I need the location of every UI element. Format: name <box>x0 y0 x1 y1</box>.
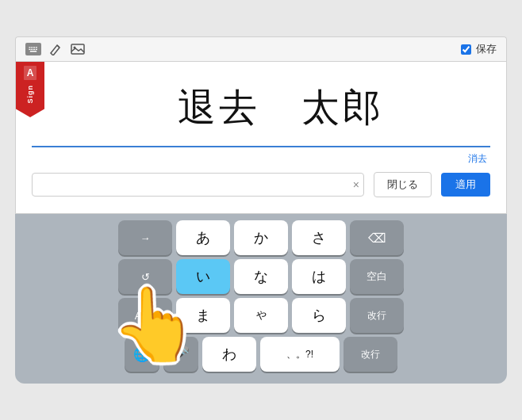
sign-ribbon: A Sign <box>16 62 44 117</box>
svg-rect-11 <box>71 44 84 54</box>
key-ya[interactable]: や <box>234 298 288 333</box>
svg-rect-6 <box>31 49 33 50</box>
svg-text:A: A <box>27 67 34 78</box>
keyboard-row-4: 🌐 🎤 わ 、。?! 改行 <box>20 337 502 372</box>
svg-rect-2 <box>31 47 33 48</box>
svg-rect-1 <box>29 47 30 48</box>
svg-line-10 <box>57 45 59 48</box>
key-arrow[interactable]: → <box>118 220 172 255</box>
key-abc[interactable]: ABC <box>118 298 172 333</box>
key-delete[interactable]: ⌫ <box>350 220 404 255</box>
key-newline-2[interactable]: 改行 <box>344 337 397 372</box>
image-icon[interactable] <box>70 43 86 55</box>
svg-rect-7 <box>33 49 35 50</box>
svg-rect-9 <box>30 51 36 52</box>
save-label: 保存 <box>476 42 497 56</box>
toolbar-right: 保存 <box>461 42 497 56</box>
toolbar: 保存 <box>15 36 507 61</box>
key-ha[interactable]: は <box>292 259 346 294</box>
text-input-wrapper: × <box>32 173 364 197</box>
svg-rect-5 <box>29 49 30 50</box>
key-i-highlighted[interactable]: い <box>176 259 230 294</box>
delete-link[interactable]: 消去 <box>32 152 490 166</box>
text-input[interactable] <box>32 173 364 197</box>
sign-ribbon-text: Sign <box>26 85 34 104</box>
key-sa[interactable]: さ <box>292 220 346 255</box>
svg-rect-3 <box>33 47 35 48</box>
key-ka[interactable]: か <box>234 220 288 255</box>
key-na[interactable]: な <box>234 259 288 294</box>
save-checkbox[interactable] <box>461 44 471 55</box>
keyboard: → あ か さ ⌫ ↺ い な は 空白 ABC ま や ら 改行 🌐 🎤 わ … <box>15 214 507 384</box>
key-undo[interactable]: ↺ <box>118 259 172 294</box>
svg-rect-4 <box>36 47 37 48</box>
draw-icon[interactable] <box>48 43 63 55</box>
text-display: 退去 太郎 <box>32 74 490 146</box>
pdf-icon: A <box>23 65 37 83</box>
key-globe[interactable]: 🌐 <box>125 337 159 372</box>
input-row: × 閉じる 適用 <box>32 172 490 197</box>
clear-button[interactable]: × <box>353 179 359 190</box>
key-wa[interactable]: わ <box>202 337 256 372</box>
close-button[interactable]: 閉じる <box>374 172 432 197</box>
svg-rect-8 <box>36 49 37 50</box>
signature-line <box>32 146 490 147</box>
key-space[interactable]: 空白 <box>350 259 404 294</box>
sign-panel: A Sign 退去 太郎 消去 × 閉じる 適用 <box>15 61 507 214</box>
keyboard-row-2: ↺ い な は 空白 <box>20 259 502 294</box>
key-mic[interactable]: 🎤 <box>163 337 198 372</box>
keyboard-row-1: → あ か さ ⌫ <box>20 220 502 255</box>
keyboard-row-3: ABC ま や ら 改行 <box>20 298 502 333</box>
key-punctuation[interactable]: 、。?! <box>260 337 340 372</box>
key-newline-1[interactable]: 改行 <box>350 298 404 333</box>
key-a[interactable]: あ <box>176 220 230 255</box>
key-ra[interactable]: ら <box>292 298 346 333</box>
keyboard-icon[interactable] <box>25 43 41 55</box>
toolbar-left <box>25 43 86 55</box>
key-ma[interactable]: ま <box>176 298 230 333</box>
apply-button[interactable]: 適用 <box>441 173 490 197</box>
main-container: 保存 A Sign 退去 太郎 消去 × 閉じる 適 <box>15 36 507 384</box>
